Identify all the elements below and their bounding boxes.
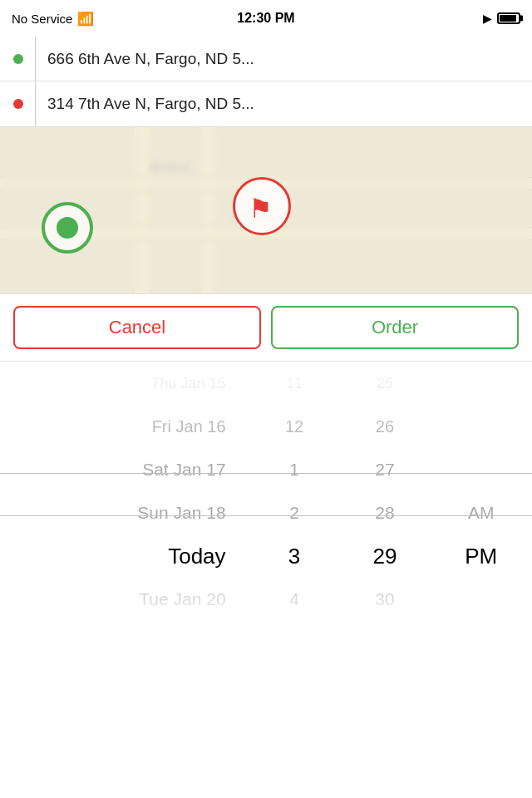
picker-item[interactable] — [430, 405, 532, 448]
address-section: 666 6th Ave N, Fargo, ND 5... 314 7th Av… — [0, 37, 532, 127]
picker-item[interactable]: 4 — [249, 578, 340, 621]
picker-item[interactable]: 29 — [340, 534, 431, 578]
picker-date-column[interactable]: Thu Jan 15Fri Jan 16Sat Jan 17Sun Jan 18… — [0, 362, 249, 628]
picker-item[interactable]: Sat Jan 17 — [0, 448, 249, 491]
destination-address-text: 314 7th Ave N, Fargo, ND 5... — [47, 95, 254, 113]
picker-item[interactable]: Tue Jan 20 — [0, 578, 249, 621]
datetime-picker[interactable]: Thu Jan 15Fri Jan 16Sat Jan 17Sun Jan 18… — [0, 362, 532, 628]
picker-item[interactable]: 5 — [249, 621, 340, 628]
picker-item[interactable] — [430, 578, 532, 621]
picker-item[interactable]: 31 — [340, 621, 431, 628]
origin-address-text: 666 6th Ave N, Fargo, ND 5... — [47, 50, 254, 68]
picker-item[interactable]: 3 — [249, 534, 340, 578]
picker-ampm-column[interactable]: AMPM — [430, 362, 532, 628]
battery-icon — [497, 12, 520, 24]
picker-minute-column[interactable]: 2526272829303132 — [340, 362, 431, 628]
picker-item[interactable]: Sun Jan 18 — [0, 491, 249, 534]
picker-item[interactable]: Fri Jan 16 — [0, 405, 249, 448]
picker-item[interactable]: 28 — [340, 491, 431, 534]
picker-item[interactable] — [430, 448, 532, 491]
origin-dot — [13, 54, 23, 64]
picker-item[interactable]: Today — [0, 534, 249, 578]
picker-hour-column[interactable]: 1112123456 — [249, 362, 340, 628]
picker-item[interactable]: PM — [430, 534, 532, 578]
picker-item[interactable] — [430, 621, 532, 628]
action-buttons: Cancel Order — [0, 293, 532, 362]
destination-dot — [13, 99, 23, 109]
picker-item[interactable] — [430, 362, 532, 405]
address-separator-2 — [35, 81, 36, 126]
carrier-text: No Service — [12, 12, 72, 26]
picker-item[interactable]: 25 — [340, 362, 431, 405]
picker-item[interactable]: AM — [430, 491, 532, 534]
map-area[interactable]: 6th Ave N 7th Ave N — [0, 127, 532, 293]
status-bar: No Service 📶 12:30 PM ▶ — [0, 0, 532, 37]
cancel-button[interactable]: Cancel — [13, 306, 261, 349]
picker-item[interactable]: Thu Jan 15 — [0, 362, 249, 405]
clock: 12:30 PM — [237, 11, 294, 26]
picker-item[interactable]: 30 — [340, 578, 431, 621]
wifi-icon: 📶 — [77, 11, 94, 27]
picker-item[interactable]: 27 — [340, 448, 431, 491]
picker-item[interactable]: 2 — [249, 491, 340, 534]
destination-pin — [233, 177, 291, 235]
picker-item[interactable]: Wed Jan 21 — [0, 621, 249, 628]
order-button[interactable]: Order — [271, 306, 519, 349]
destination-address-row[interactable]: 314 7th Ave N, Fargo, ND 5... — [0, 81, 532, 126]
picker-item[interactable]: 26 — [340, 405, 431, 448]
location-icon: ▶ — [483, 12, 492, 25]
address-separator — [35, 37, 36, 81]
origin-pin — [42, 202, 93, 254]
picker-item[interactable]: 1 — [249, 448, 340, 491]
picker-item[interactable]: 12 — [249, 405, 340, 448]
origin-address-row[interactable]: 666 6th Ave N, Fargo, ND 5... — [0, 37, 532, 81]
picker-item[interactable]: 11 — [249, 362, 340, 405]
